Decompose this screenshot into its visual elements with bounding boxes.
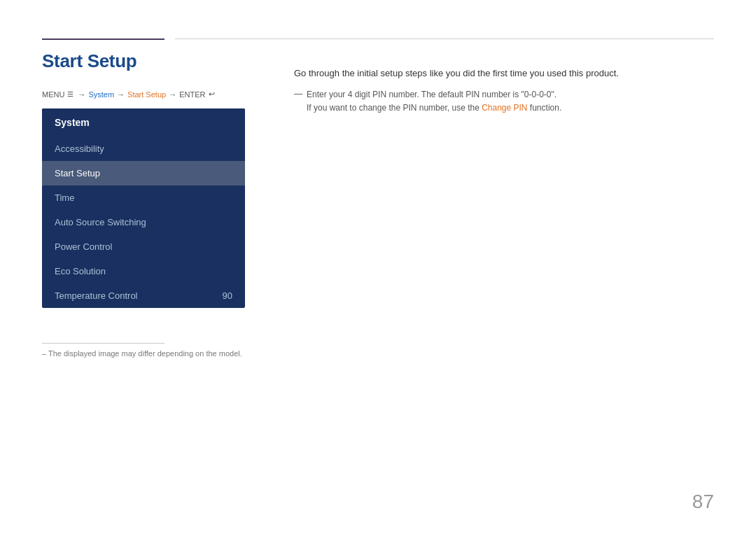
- menu-item-temperature-control-value: 90: [223, 290, 232, 301]
- menu-item-eco-solution[interactable]: Eco Solution: [42, 259, 245, 283]
- menu-item-auto-source-switching[interactable]: Auto Source Switching: [42, 210, 245, 234]
- menu-item-power-control[interactable]: Power Control: [42, 234, 245, 259]
- breadcrumb-arrow3: →: [169, 90, 176, 99]
- breadcrumb-arrow2: →: [117, 90, 125, 99]
- page-title: Start Setup: [42, 50, 136, 72]
- breadcrumb-system: System: [88, 90, 114, 99]
- menu-item-temperature-control[interactable]: Temperature Control 90: [42, 283, 245, 308]
- disclaimer-line: [42, 343, 164, 344]
- menu-item-auto-source-switching-label: Auto Source Switching: [55, 217, 146, 227]
- content-main-text: Go through the initial setup steps like …: [294, 66, 714, 81]
- top-border-right: [175, 38, 714, 39]
- menu-item-start-setup[interactable]: Start Setup: [42, 161, 245, 185]
- menu-item-time[interactable]: Time: [42, 185, 245, 210]
- change-pin-highlight: Change PIN: [482, 103, 527, 113]
- content-area: Go through the initial setup steps like …: [294, 66, 714, 118]
- menu-item-temperature-control-label: Temperature Control: [55, 290, 138, 301]
- breadcrumb-menu: MENU: [42, 90, 64, 99]
- menu-item-accessibility-label: Accessibility: [55, 143, 104, 154]
- breadcrumb-menu-icon: ☰: [67, 90, 74, 98]
- menu-item-time-label: Time: [55, 192, 74, 203]
- breadcrumb-enter-icon: ↩: [209, 90, 215, 99]
- content-sub-item-1: ― Enter your 4 digit PIN number. The def…: [294, 88, 714, 115]
- content-sub-text-line2: If you want to change the PIN number, us…: [307, 101, 561, 115]
- top-border-left: [42, 38, 164, 40]
- disclaimer-area: – The displayed image may differ dependi…: [42, 343, 242, 358]
- menu-item-power-control-label: Power Control: [55, 241, 112, 252]
- menu-item-start-setup-label: Start Setup: [55, 168, 100, 178]
- breadcrumb: MENU ☰ → System → Start Setup → ENTER ↩: [42, 90, 215, 99]
- disclaimer-text: – The displayed image may differ dependi…: [42, 349, 242, 358]
- menu-header: System: [42, 108, 245, 136]
- system-menu: System Accessibility Start Setup Time Au…: [42, 108, 245, 308]
- menu-item-accessibility[interactable]: Accessibility: [42, 136, 245, 161]
- menu-item-eco-solution-label: Eco Solution: [55, 266, 106, 276]
- page-container: Start Setup MENU ☰ → System → Start Setu…: [0, 0, 756, 534]
- breadcrumb-arrow1: →: [78, 90, 85, 99]
- content-dash-1: ―: [294, 89, 302, 99]
- page-number: 87: [692, 491, 714, 513]
- content-sub-text-container: Enter your 4 digit PIN number. The defau…: [307, 88, 561, 115]
- breadcrumb-current: Start Setup: [127, 90, 166, 99]
- breadcrumb-enter: ENTER: [179, 90, 205, 99]
- content-sub-text-line1: Enter your 4 digit PIN number. The defau…: [307, 88, 561, 101]
